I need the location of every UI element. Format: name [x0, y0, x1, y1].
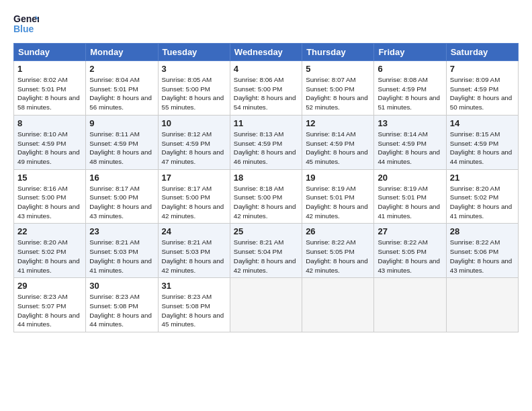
- cell-info: Sunrise: 8:14 AMSunset: 4:59 PMDaylight:…: [306, 130, 368, 165]
- calendar-cell: 23 Sunrise: 8:21 AMSunset: 5:03 PMDaylig…: [86, 224, 158, 278]
- day-number: 31: [162, 281, 226, 291]
- day-number: 29: [17, 281, 82, 291]
- day-number: 6: [378, 64, 442, 74]
- calendar-cell: 16 Sunrise: 8:17 AMSunset: 5:00 PMDaylig…: [86, 169, 158, 224]
- calendar-cell: [446, 278, 518, 332]
- day-number: 7: [450, 64, 515, 74]
- day-number: 10: [162, 118, 226, 128]
- calendar-cell: 9 Sunrise: 8:11 AMSunset: 4:59 PMDayligh…: [86, 115, 158, 169]
- day-number: 30: [89, 281, 154, 291]
- calendar-header-row: SundayMondayTuesdayWednesdayThursdayFrid…: [14, 44, 519, 61]
- calendar-cell: 6 Sunrise: 8:08 AMSunset: 4:59 PMDayligh…: [374, 61, 446, 116]
- cell-info: Sunrise: 8:14 AMSunset: 4:59 PMDaylight:…: [378, 130, 440, 165]
- day-number: 11: [234, 118, 298, 128]
- cell-info: Sunrise: 8:22 AMSunset: 5:05 PMDaylight:…: [378, 238, 440, 273]
- col-header-friday: Friday: [374, 44, 446, 61]
- cell-info: Sunrise: 8:23 AMSunset: 5:08 PMDaylight:…: [162, 293, 224, 328]
- cell-info: Sunrise: 8:02 AMSunset: 5:01 PMDaylight:…: [17, 76, 80, 111]
- cell-info: Sunrise: 8:07 AMSunset: 5:00 PMDaylight:…: [306, 76, 368, 111]
- cell-info: Sunrise: 8:22 AMSunset: 5:06 PMDaylight:…: [450, 238, 513, 273]
- day-number: 25: [234, 226, 298, 236]
- col-header-tuesday: Tuesday: [158, 44, 230, 61]
- col-header-wednesday: Wednesday: [230, 44, 302, 61]
- calendar-cell: [374, 278, 446, 332]
- calendar-cell: 28 Sunrise: 8:22 AMSunset: 5:06 PMDaylig…: [446, 224, 518, 278]
- day-number: 26: [306, 226, 370, 236]
- cell-info: Sunrise: 8:18 AMSunset: 5:00 PMDaylight:…: [234, 185, 296, 220]
- cell-info: Sunrise: 8:13 AMSunset: 4:59 PMDaylight:…: [234, 130, 296, 165]
- calendar-week-row: 8 Sunrise: 8:10 AMSunset: 4:59 PMDayligh…: [14, 115, 519, 169]
- calendar-cell: 22 Sunrise: 8:20 AMSunset: 5:02 PMDaylig…: [14, 224, 86, 278]
- day-number: 18: [234, 173, 298, 183]
- col-header-saturday: Saturday: [446, 44, 518, 61]
- cell-info: Sunrise: 8:21 AMSunset: 5:03 PMDaylight:…: [89, 238, 152, 273]
- calendar-cell: 2 Sunrise: 8:04 AMSunset: 5:01 PMDayligh…: [86, 61, 158, 116]
- day-number: 12: [306, 118, 370, 128]
- calendar-cell: 11 Sunrise: 8:13 AMSunset: 4:59 PMDaylig…: [230, 115, 302, 169]
- calendar-week-row: 15 Sunrise: 8:16 AMSunset: 5:00 PMDaylig…: [14, 169, 519, 224]
- calendar-cell: 24 Sunrise: 8:21 AMSunset: 5:03 PMDaylig…: [158, 224, 230, 278]
- cell-info: Sunrise: 8:20 AMSunset: 5:02 PMDaylight:…: [450, 185, 513, 220]
- day-number: 24: [162, 226, 226, 236]
- calendar-cell: 13 Sunrise: 8:14 AMSunset: 4:59 PMDaylig…: [374, 115, 446, 169]
- cell-info: Sunrise: 8:19 AMSunset: 5:01 PMDaylight:…: [378, 185, 440, 220]
- calendar-cell: 5 Sunrise: 8:07 AMSunset: 5:00 PMDayligh…: [302, 61, 374, 116]
- col-header-thursday: Thursday: [302, 44, 374, 61]
- calendar-cell: [230, 278, 302, 332]
- cell-info: Sunrise: 8:23 AMSunset: 5:07 PMDaylight:…: [17, 293, 80, 328]
- logo-flag-icon: General Blue: [13, 12, 39, 35]
- cell-info: Sunrise: 8:21 AMSunset: 5:04 PMDaylight:…: [234, 238, 296, 273]
- day-number: 9: [89, 118, 154, 128]
- calendar-cell: 8 Sunrise: 8:10 AMSunset: 4:59 PMDayligh…: [14, 115, 86, 169]
- cell-info: Sunrise: 8:23 AMSunset: 5:08 PMDaylight:…: [89, 293, 152, 328]
- calendar-cell: [302, 278, 374, 332]
- cell-info: Sunrise: 8:04 AMSunset: 5:01 PMDaylight:…: [89, 76, 152, 111]
- day-number: 3: [162, 64, 226, 74]
- calendar-cell: 10 Sunrise: 8:12 AMSunset: 4:59 PMDaylig…: [158, 115, 230, 169]
- calendar-cell: 31 Sunrise: 8:23 AMSunset: 5:08 PMDaylig…: [158, 278, 230, 332]
- cell-info: Sunrise: 8:21 AMSunset: 5:03 PMDaylight:…: [162, 238, 224, 273]
- page: General Blue SundayMondayTuesdayWednesda…: [0, 0, 532, 339]
- calendar-cell: 20 Sunrise: 8:19 AMSunset: 5:01 PMDaylig…: [374, 169, 446, 224]
- calendar-cell: 18 Sunrise: 8:18 AMSunset: 5:00 PMDaylig…: [230, 169, 302, 224]
- svg-text:General: General: [13, 13, 39, 24]
- calendar-cell: 3 Sunrise: 8:05 AMSunset: 5:00 PMDayligh…: [158, 61, 230, 116]
- day-number: 14: [450, 118, 515, 128]
- cell-info: Sunrise: 8:22 AMSunset: 5:05 PMDaylight:…: [306, 238, 368, 273]
- cell-info: Sunrise: 8:17 AMSunset: 5:00 PMDaylight:…: [162, 185, 224, 220]
- calendar-cell: 17 Sunrise: 8:17 AMSunset: 5:00 PMDaylig…: [158, 169, 230, 224]
- calendar-cell: 29 Sunrise: 8:23 AMSunset: 5:07 PMDaylig…: [14, 278, 86, 332]
- day-number: 15: [17, 173, 82, 183]
- day-number: 1: [17, 64, 82, 74]
- cell-info: Sunrise: 8:16 AMSunset: 5:00 PMDaylight:…: [17, 185, 80, 220]
- day-number: 5: [306, 64, 370, 74]
- cell-info: Sunrise: 8:12 AMSunset: 4:59 PMDaylight:…: [162, 130, 224, 165]
- calendar-cell: 21 Sunrise: 8:20 AMSunset: 5:02 PMDaylig…: [446, 169, 518, 224]
- cell-info: Sunrise: 8:08 AMSunset: 4:59 PMDaylight:…: [378, 76, 440, 111]
- calendar-cell: 26 Sunrise: 8:22 AMSunset: 5:05 PMDaylig…: [302, 224, 374, 278]
- calendar-cell: 14 Sunrise: 8:15 AMSunset: 4:59 PMDaylig…: [446, 115, 518, 169]
- calendar-cell: 1 Sunrise: 8:02 AMSunset: 5:01 PMDayligh…: [14, 61, 86, 116]
- calendar-cell: 27 Sunrise: 8:22 AMSunset: 5:05 PMDaylig…: [374, 224, 446, 278]
- day-number: 16: [89, 173, 154, 183]
- day-number: 17: [162, 173, 226, 183]
- svg-text:Blue: Blue: [13, 24, 34, 34]
- day-number: 4: [234, 64, 298, 74]
- calendar-week-row: 29 Sunrise: 8:23 AMSunset: 5:07 PMDaylig…: [14, 278, 519, 332]
- col-header-monday: Monday: [86, 44, 158, 61]
- cell-info: Sunrise: 8:09 AMSunset: 4:59 PMDaylight:…: [450, 76, 513, 111]
- day-number: 2: [89, 64, 154, 74]
- day-number: 23: [89, 226, 154, 236]
- cell-info: Sunrise: 8:17 AMSunset: 5:00 PMDaylight:…: [89, 185, 152, 220]
- day-number: 19: [306, 173, 370, 183]
- day-number: 27: [378, 226, 442, 236]
- calendar-cell: 25 Sunrise: 8:21 AMSunset: 5:04 PMDaylig…: [230, 224, 302, 278]
- calendar-cell: 12 Sunrise: 8:14 AMSunset: 4:59 PMDaylig…: [302, 115, 374, 169]
- calendar-cell: 7 Sunrise: 8:09 AMSunset: 4:59 PMDayligh…: [446, 61, 518, 116]
- cell-info: Sunrise: 8:19 AMSunset: 5:01 PMDaylight:…: [306, 185, 368, 220]
- calendar-week-row: 1 Sunrise: 8:02 AMSunset: 5:01 PMDayligh…: [14, 61, 519, 116]
- day-number: 13: [378, 118, 442, 128]
- col-header-sunday: Sunday: [14, 44, 86, 61]
- calendar-cell: 30 Sunrise: 8:23 AMSunset: 5:08 PMDaylig…: [86, 278, 158, 332]
- day-number: 8: [17, 118, 82, 128]
